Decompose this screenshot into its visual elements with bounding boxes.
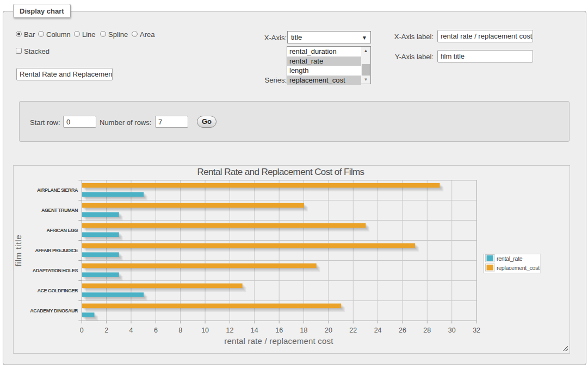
svg-text:20: 20 [325,327,332,334]
svg-text:AFFAIR PREJUDICE: AFFAIR PREJUDICE [35,248,78,253]
svg-text:rental rate / replacement cost: rental rate / replacement cost [224,336,333,346]
svg-text:28: 28 [423,327,431,334]
svg-text:26: 26 [399,327,406,334]
svg-text:2: 2 [104,327,108,334]
svg-text:24: 24 [374,327,382,334]
svg-text:replacement_cost: replacement_cost [497,265,540,271]
svg-text:AIRPLANE SIERRA: AIRPLANE SIERRA [37,187,78,193]
svg-text:18: 18 [300,327,308,334]
svg-text:6: 6 [154,327,158,334]
svg-text:ACE GOLDFINGER: ACE GOLDFINGER [37,288,78,293]
svg-text:32: 32 [473,327,480,334]
svg-text:ADAPTATION HOLES: ADAPTATION HOLES [33,268,78,273]
svg-text:rental_rate: rental_rate [497,255,523,262]
svg-text:10: 10 [201,327,209,334]
svg-text:0: 0 [80,327,84,334]
svg-text:12: 12 [226,327,234,334]
svg-text:ACADEMY DINOSAUR: ACADEMY DINOSAUR [30,308,78,313]
svg-text:film title: film title [14,235,23,267]
svg-text:4: 4 [129,327,133,334]
svg-text:8: 8 [178,327,182,334]
svg-text:16: 16 [275,327,283,334]
svg-text:AFRICAN EGG: AFRICAN EGG [47,228,78,233]
svg-text:22: 22 [349,327,357,334]
svg-text:14: 14 [251,327,258,334]
svg-text:30: 30 [448,327,456,334]
svg-text:Rental Rate and Replacement Co: Rental Rate and Replacement Cost of Film… [197,167,364,177]
svg-text:AGENT TRUMAN: AGENT TRUMAN [41,208,78,213]
